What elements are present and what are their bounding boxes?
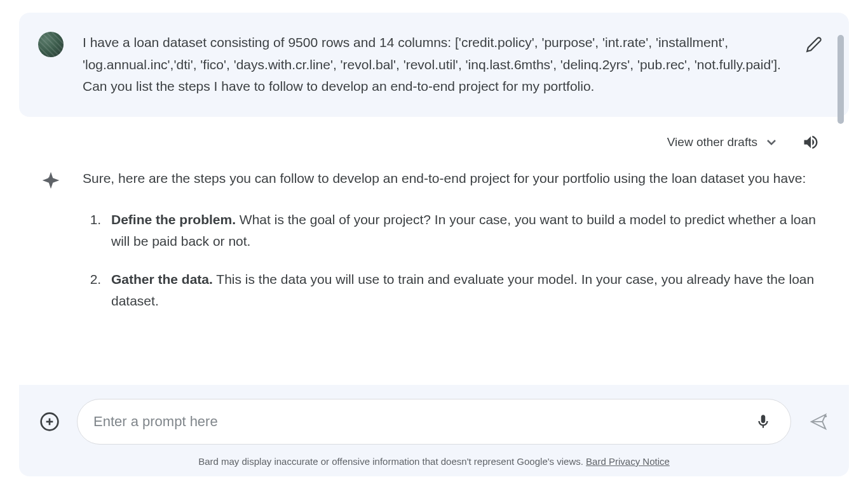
list-item: Define the problem. What is the goal of …: [105, 209, 824, 253]
step-title: Define the problem.: [111, 212, 236, 227]
user-message-block: I have a loan dataset consisting of 9500…: [19, 13, 849, 117]
privacy-notice-link[interactable]: Bard Privacy Notice: [586, 456, 670, 467]
view-drafts-label: View other drafts: [667, 135, 757, 149]
user-message-text: I have a loan dataset consisting of 9500…: [83, 32, 824, 98]
read-aloud-button[interactable]: [798, 130, 824, 155]
chat-area: I have a loan dataset consisting of 9500…: [19, 13, 849, 381]
step-body: This is the data you will use to train a…: [111, 272, 814, 309]
disclaimer: Bard may display inaccurate or offensive…: [38, 456, 830, 467]
response-intro: Sure, here are the steps you can follow …: [83, 168, 824, 190]
speaker-icon: [802, 133, 820, 151]
chevron-down-icon: [764, 135, 779, 150]
prompt-input-wrapper: [77, 399, 791, 445]
response-body: Sure, here are the steps you can follow …: [38, 168, 824, 328]
input-area: Bard may display inaccurate or offensive…: [19, 385, 849, 476]
add-attachment-button[interactable]: [38, 410, 61, 433]
response-steps-list: Define the problem. What is the goal of …: [83, 209, 824, 313]
svg-point-3: [824, 415, 827, 417]
response-header: View other drafts: [38, 130, 824, 168]
plus-circle-icon: [39, 412, 60, 432]
microphone-button[interactable]: [752, 410, 775, 433]
send-button[interactable]: [807, 410, 830, 433]
step-title: Gather the data.: [111, 272, 213, 286]
user-avatar: [38, 32, 64, 57]
disclaimer-text: Bard may display inaccurate or offensive…: [198, 456, 586, 467]
pencil-icon: [806, 36, 822, 53]
prompt-input[interactable]: [93, 413, 752, 430]
list-item: Gather the data. This is the data you wi…: [105, 269, 824, 312]
scrollbar[interactable]: [837, 35, 844, 124]
bard-sparkle-icon: [38, 168, 64, 193]
response-block: View other drafts: [19, 117, 849, 347]
edit-prompt-button[interactable]: [801, 32, 827, 57]
send-icon: [809, 412, 828, 431]
view-other-drafts-button[interactable]: View other drafts: [667, 135, 779, 150]
microphone-icon: [755, 413, 771, 430]
response-text: Sure, here are the steps you can follow …: [83, 168, 824, 328]
